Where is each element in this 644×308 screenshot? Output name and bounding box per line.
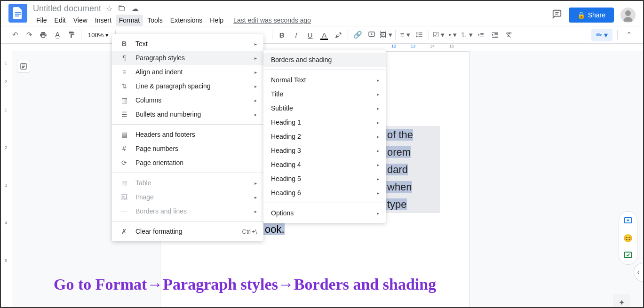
svg-rect-2 bbox=[15, 16, 19, 16]
bold-icon: B bbox=[119, 40, 129, 47]
increase-indent-icon[interactable] bbox=[488, 28, 501, 41]
submenu-item-heading-5[interactable]: Heading 5▸ bbox=[263, 172, 386, 186]
comment-history-icon[interactable] bbox=[552, 9, 562, 22]
menu-extensions[interactable]: Extensions bbox=[167, 15, 206, 26]
link-icon[interactable]: 🔗 bbox=[351, 28, 364, 41]
menu-file[interactable]: File bbox=[33, 15, 50, 26]
menu-format[interactable]: Format bbox=[116, 15, 143, 26]
paint-format-icon[interactable] bbox=[65, 28, 78, 41]
star-icon[interactable]: ☆ bbox=[106, 4, 112, 14]
table-icon: ▦ bbox=[119, 179, 129, 187]
suggest-edit-icon[interactable] bbox=[622, 249, 634, 261]
menu-item-borders-lines: —Borders and lines▸ bbox=[112, 204, 263, 218]
side-panel-toggle[interactable]: ‹ bbox=[634, 263, 643, 282]
insert-image-icon[interactable]: 🖼 ▾ bbox=[379, 28, 392, 41]
toolbar: ↶ ↷ A̲ 100% ▾ B I U A 🖍 🔗 🖼 ▾ ≡ ▾ ☑ ▾ • … bbox=[1, 26, 643, 44]
menu-item-columns[interactable]: ▥Columns▸ bbox=[112, 93, 263, 107]
document-title[interactable]: Untitled document bbox=[33, 4, 101, 14]
menu-item-image: 🖼Image▸ bbox=[112, 190, 263, 204]
docs-app-icon[interactable] bbox=[8, 4, 27, 23]
clear-formatting-icon[interactable] bbox=[502, 28, 516, 41]
outline-toggle-button[interactable] bbox=[17, 60, 30, 73]
avatar[interactable] bbox=[620, 8, 636, 23]
bulleted-list-icon[interactable]: • ▾ bbox=[446, 28, 459, 41]
svg-rect-0 bbox=[15, 12, 21, 13]
submenu-item-heading-6[interactable]: Heading 6▸ bbox=[263, 186, 386, 200]
print-icon[interactable] bbox=[37, 28, 50, 41]
zoom-select[interactable]: 100% ▾ bbox=[84, 32, 112, 39]
menu-item-text[interactable]: BText▸ bbox=[112, 37, 263, 51]
menu-item-table: ▦Table▸ bbox=[112, 176, 263, 190]
align-icon: ≡ bbox=[119, 68, 129, 76]
menu-item-headers-footers[interactable]: ▤Headers and footers bbox=[112, 127, 263, 142]
submenu-item-options[interactable]: Options▸ bbox=[263, 206, 386, 220]
menu-item-page-orientation[interactable]: ⟳Page orientation bbox=[112, 156, 263, 170]
undo-icon[interactable]: ↶ bbox=[8, 28, 22, 41]
contextual-action-bar: 😊 bbox=[619, 211, 637, 265]
collapse-toolbar-icon[interactable]: ⌃ bbox=[622, 28, 636, 41]
spellcheck-icon[interactable]: A̲ bbox=[51, 28, 64, 41]
submenu-item-heading-1[interactable]: Heading 1▸ bbox=[263, 115, 386, 129]
lock-icon: 🔒 bbox=[577, 11, 585, 19]
menu-help[interactable]: Help bbox=[207, 15, 227, 26]
menu-item-bullets-numbering[interactable]: ☰Bullets and numbering▸ bbox=[112, 107, 263, 121]
underline-icon[interactable]: U bbox=[303, 28, 317, 41]
align-icon[interactable]: ≡ ▾ bbox=[398, 28, 412, 41]
submenu-item-title[interactable]: Title▸ bbox=[263, 87, 386, 101]
editing-mode-button[interactable]: ✏ ▾ bbox=[591, 29, 612, 41]
svg-rect-1 bbox=[15, 14, 21, 15]
checklist-icon[interactable]: ☑ ▾ bbox=[432, 28, 445, 41]
explore-button[interactable]: ✦ bbox=[613, 294, 630, 308]
header-footer-icon: ▤ bbox=[119, 131, 129, 138]
orientation-icon: ⟳ bbox=[119, 159, 129, 166]
menu-insert[interactable]: Insert bbox=[92, 15, 115, 26]
submenu-item-subtitle[interactable]: Subtitle▸ bbox=[263, 101, 386, 115]
image-icon: 🖼 bbox=[119, 193, 129, 201]
submenu-item-heading-4[interactable]: Heading 4▸ bbox=[263, 158, 386, 172]
paragraph-icon: ¶ bbox=[119, 54, 129, 62]
line-spacing-icon[interactable] bbox=[413, 28, 426, 41]
submenu-item-normal-text[interactable]: Normal Text▸ bbox=[263, 73, 386, 87]
share-label: Share bbox=[588, 11, 605, 19]
page-number-icon: # bbox=[119, 145, 129, 152]
menu-item-page-numbers[interactable]: #Page numbers bbox=[112, 142, 263, 156]
submenu-item-borders-shading[interactable]: Borders and shading bbox=[263, 53, 386, 67]
submenu-item-heading-2[interactable]: Heading 2▸ bbox=[263, 129, 386, 143]
title-area: Untitled document ☆ ☁ File Edit View Ins… bbox=[33, 4, 552, 26]
menu-item-line-spacing[interactable]: ⇅Line & paragraph spacing▸ bbox=[112, 79, 263, 93]
menu-item-clear-formatting[interactable]: ✗Clear formattingCtrl+\ bbox=[112, 224, 263, 238]
clear-format-icon: ✗ bbox=[119, 228, 129, 235]
italic-icon[interactable]: I bbox=[289, 28, 302, 41]
list-icon: ☰ bbox=[119, 111, 129, 118]
svg-rect-13 bbox=[625, 252, 632, 258]
menu-edit[interactable]: Edit bbox=[51, 15, 69, 26]
svg-point-6 bbox=[625, 10, 631, 16]
move-icon[interactable] bbox=[118, 4, 126, 14]
menu-bar: File Edit View Insert Format Tools Exten… bbox=[33, 15, 552, 26]
border-icon: — bbox=[119, 207, 129, 215]
last-edit-link[interactable]: Last edit was seconds ago bbox=[233, 15, 311, 26]
numbered-list-icon[interactable]: 1. ▾ bbox=[460, 28, 473, 41]
format-menu-dropdown: BText▸ ¶Paragraph styles▸ ≡Align and ind… bbox=[112, 34, 263, 241]
menu-tools[interactable]: Tools bbox=[144, 15, 166, 26]
menu-item-paragraph-styles[interactable]: ¶Paragraph styles▸ bbox=[112, 51, 263, 65]
highlight-icon[interactable]: 🖍 bbox=[332, 28, 345, 41]
share-button[interactable]: 🔒 Share bbox=[569, 8, 614, 23]
add-comment-action-icon[interactable] bbox=[622, 215, 634, 227]
submenu-item-heading-3[interactable]: Heading 3▸ bbox=[263, 143, 386, 158]
bold-icon[interactable]: B bbox=[275, 28, 288, 41]
tutorial-annotation: Go to Format→Paragraph styles→Borders an… bbox=[54, 276, 436, 293]
menu-view[interactable]: View bbox=[70, 15, 91, 26]
cloud-icon[interactable]: ☁ bbox=[131, 4, 139, 14]
ruler-vertical[interactable]: 1 2 1 2 3 4 5 bbox=[1, 51, 12, 308]
columns-icon: ▥ bbox=[119, 96, 129, 104]
line-spacing-icon: ⇅ bbox=[119, 82, 129, 90]
menu-item-align-indent[interactable]: ≡Align and indent▸ bbox=[112, 65, 263, 79]
text-color-icon[interactable]: A bbox=[318, 28, 331, 41]
decrease-indent-icon[interactable] bbox=[474, 28, 487, 41]
add-comment-icon[interactable] bbox=[365, 28, 378, 41]
emoji-reaction-icon[interactable]: 😊 bbox=[622, 232, 634, 244]
header: Untitled document ☆ ☁ File Edit View Ins… bbox=[1, 1, 643, 26]
redo-icon[interactable]: ↷ bbox=[23, 28, 36, 41]
paragraph-styles-submenu: Borders and shading Normal Text▸ Title▸ … bbox=[263, 50, 386, 223]
